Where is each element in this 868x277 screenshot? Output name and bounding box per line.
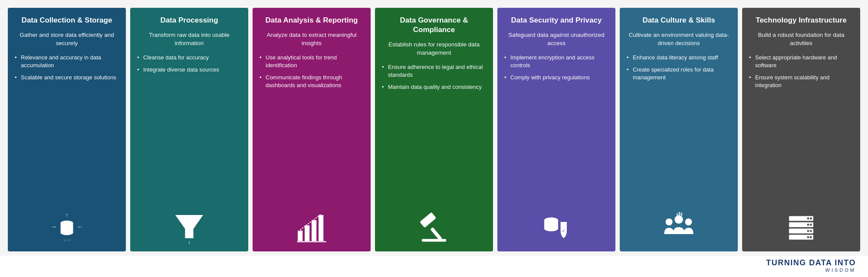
svg-marker-9: [175, 215, 203, 238]
card-title-6: Technology Infrastructure: [749, 16, 853, 25]
bullet-item: Scalable and secure storage solutions: [15, 74, 119, 81]
card-icon-2: [260, 205, 364, 244]
card-icon-1: ↓: [137, 205, 241, 244]
bullet-item: Cleanse data for accuracy: [137, 54, 241, 62]
card-icon-3: [382, 205, 486, 244]
svg-rect-18: [422, 239, 446, 241]
bullet-item: Integrate diverse data sources: [137, 66, 241, 74]
card-1: Data Collection & Storage Gather and sto…: [8, 8, 126, 251]
svg-rect-16: [420, 212, 436, 228]
svg-point-36: [807, 218, 809, 220]
card-bullets-3: Ensure adherence to legal and ethical st…: [382, 63, 486, 201]
svg-rect-31: [789, 216, 813, 221]
svg-point-25: [666, 218, 673, 225]
bullet-item: Maintain data quality and consistency: [382, 83, 486, 91]
bullet-item: Implement encryption and access controls: [504, 54, 608, 69]
card-bullets-5: Enhance data literacy among staffCreate …: [627, 54, 731, 201]
svg-point-27: [685, 218, 692, 225]
card-4: Data Governance & Compliance Establish r…: [375, 8, 493, 251]
card-title-0: Data Collection & Storage: [15, 16, 119, 25]
card-bullets-0: Relevance and accuracy in data accumulat…: [15, 54, 119, 201]
svg-rect-33: [789, 228, 813, 233]
svg-point-26: [674, 215, 683, 224]
card-bullets-4: Implement encryption and access controls…: [504, 54, 608, 201]
bullet-item: Use analytical tools for trend identific…: [260, 54, 364, 69]
bullet-item: Comply with privacy regulations: [504, 74, 608, 81]
svg-rect-29: [679, 212, 680, 216]
svg-point-41: [810, 236, 812, 238]
bullet-item: Select appropriate hardware and software: [749, 54, 853, 69]
card-subtitle-3: Establish rules for responsible data man…: [382, 41, 486, 57]
bullet-item: Ensure adherence to legal and ethical st…: [382, 63, 486, 79]
svg-point-42: [807, 236, 809, 238]
svg-rect-17: [430, 227, 442, 241]
svg-text:↓: ↓: [188, 238, 191, 244]
svg-rect-14: [319, 215, 323, 241]
card-bullets-6: Select appropriate hardware and software…: [749, 54, 853, 201]
card-subtitle-1: Transform raw data into usable informati…: [137, 31, 241, 48]
svg-rect-30: [681, 212, 682, 216]
card-subtitle-0: Gather and store data efficiently and se…: [15, 31, 119, 48]
card-icon-4: ✓: [504, 205, 608, 244]
card-bullets-1: Cleanse data for accuracyIntegrate diver…: [137, 54, 241, 201]
card-bullets-2: Use analytical tools for trend identific…: [260, 54, 364, 201]
svg-point-37: [810, 224, 812, 226]
bullet-item: Relevance and accuracy in data accumulat…: [15, 54, 119, 69]
svg-text:←: ←: [77, 223, 83, 230]
svg-rect-12: [305, 225, 309, 241]
svg-point-38: [807, 224, 809, 226]
card-icon-6: [749, 205, 853, 244]
card-title-2: Data Analysis & Reporting: [260, 16, 364, 25]
card-title-5: Data Culture & Skills: [627, 16, 731, 25]
card-icon-5: [627, 205, 731, 244]
svg-point-40: [807, 230, 809, 232]
svg-text:↓ ↓ ↓: ↓ ↓ ↓: [63, 238, 70, 242]
card-5: Data Security and Privacy Safeguard data…: [497, 8, 615, 251]
svg-rect-13: [312, 220, 316, 241]
card-subtitle-2: Analyze data to extract meaningful insig…: [260, 31, 364, 48]
svg-text:↑: ↑: [66, 212, 68, 218]
footer-line1: TURNING DATA INTO: [0, 258, 856, 267]
card-title-4: Data Security and Privacy: [504, 16, 608, 25]
svg-rect-32: [789, 222, 813, 227]
bullet-item: Communicate findings through dashboards …: [260, 74, 364, 89]
card-title-3: Data Governance & Compliance: [382, 16, 486, 35]
bullet-item: Enhance data literacy among staff: [627, 54, 731, 62]
card-subtitle-6: Build a robust foundation for data activ…: [749, 31, 853, 48]
svg-text:→: →: [50, 223, 56, 230]
card-2: Data Processing Transform raw data into …: [130, 8, 248, 251]
svg-rect-28: [677, 213, 678, 216]
card-3: Data Analysis & Reporting Analyze data t…: [253, 8, 371, 251]
card-title-1: Data Processing: [137, 16, 241, 25]
footer: TURNING DATA INTO WISDOM: [0, 256, 868, 277]
card-subtitle-5: Cultivate an environment valuing data-dr…: [627, 31, 731, 48]
svg-point-4: [61, 230, 73, 235]
card-6: Data Culture & Skills Cultivate an envir…: [620, 8, 738, 251]
svg-point-23: [544, 226, 558, 231]
card-subtitle-4: Safeguard data against unauthorized acce…: [504, 31, 608, 48]
svg-text:✓: ✓: [562, 228, 566, 233]
card-icon-0: ↓ ↓ ↓ → ← ↑: [15, 205, 119, 244]
bullet-item: Create specialized roles for data manage…: [627, 66, 731, 81]
card-7: Technology Infrastructure Build a robust…: [742, 8, 860, 251]
svg-point-35: [810, 218, 812, 220]
footer-line2: WISDOM: [0, 267, 856, 273]
cards-container: Data Collection & Storage Gather and sto…: [0, 0, 868, 256]
svg-rect-34: [789, 235, 813, 240]
svg-rect-11: [298, 231, 302, 241]
svg-point-39: [810, 230, 812, 232]
bullet-item: Ensure system scalability and integratio…: [749, 74, 853, 89]
